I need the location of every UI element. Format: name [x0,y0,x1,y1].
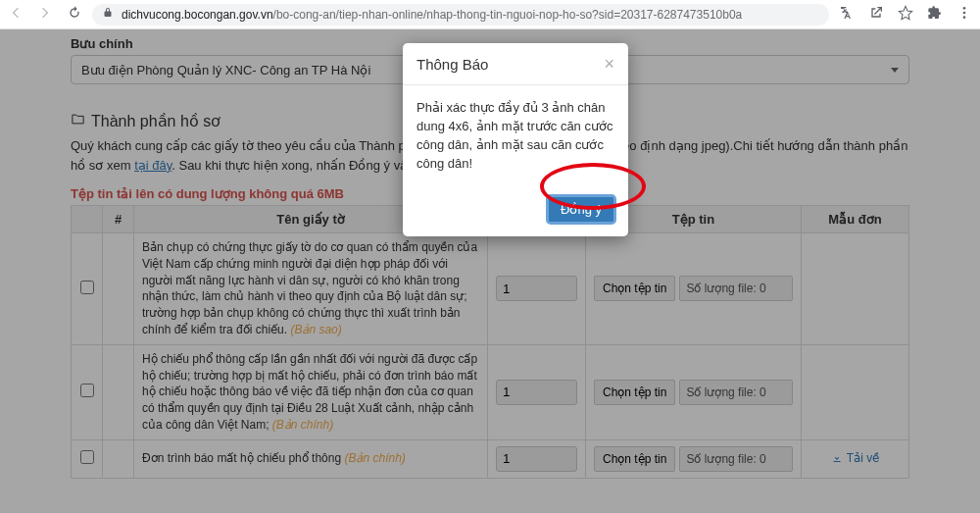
back-icon[interactable] [8,5,24,24]
modal-close-button[interactable]: × [604,55,614,73]
svg-point-0 [963,7,966,10]
modal-body: Phải xác thực đầy đủ 3 ảnh chân dung 4x6… [403,85,628,186]
url-text: dichvucong.bocongan.gov.vn/bo-cong-an/ti… [122,8,742,22]
address-bar[interactable]: dichvucong.bocongan.gov.vn/bo-cong-an/ti… [92,4,829,26]
lock-icon [102,7,114,22]
forward-icon[interactable] [37,5,53,24]
notice-modal: Thông Báo × Phải xác thực đầy đủ 3 ảnh c… [403,43,628,236]
reload-icon[interactable] [67,5,82,24]
svg-point-2 [963,16,966,19]
modal-title: Thông Báo [416,56,488,73]
svg-point-1 [963,12,966,15]
share-icon[interactable] [868,5,884,24]
star-icon[interactable] [898,5,913,24]
browser-chrome: dichvucong.bocongan.gov.vn/bo-cong-an/ti… [0,0,980,29]
modal-ok-button[interactable]: Đồng ý [548,196,614,223]
menu-icon[interactable] [956,5,972,24]
extensions-icon[interactable] [927,5,943,24]
page-content: Bưu chính Bưu điện Phòng Quản lý XNC- Cô… [0,29,980,513]
translate-icon[interactable] [839,5,855,24]
